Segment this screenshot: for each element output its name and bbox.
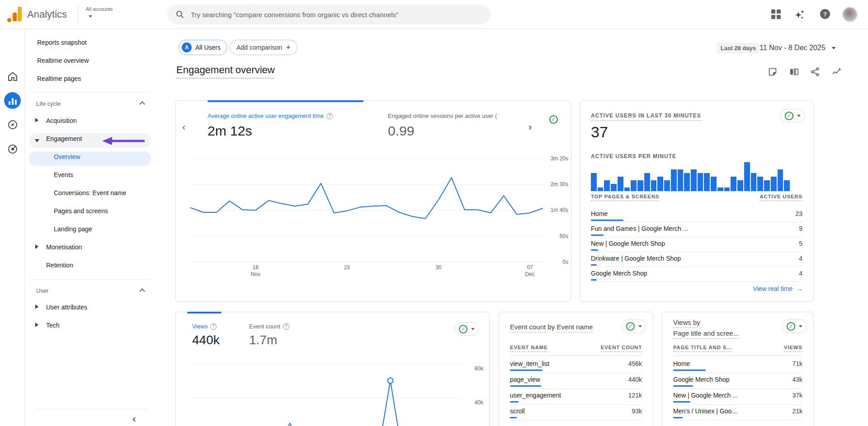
nav-rail	[0, 29, 25, 426]
data-quality-dropdown[interactable]: ✓	[454, 322, 479, 336]
sidebar-item-events[interactable]: Events	[54, 171, 185, 182]
metric-tab-views[interactable]: Views ?	[192, 323, 217, 330]
data-quality-check-icon[interactable]: ✓	[549, 115, 558, 124]
pages-table-header: PAGE TITLE AND S... VIEWS	[673, 345, 802, 356]
sidebar-item-tech[interactable]: Tech	[46, 322, 177, 332]
chevron-up-icon[interactable]	[139, 288, 145, 294]
col-active-users[interactable]: ACTIVE USERS	[760, 194, 802, 201]
sidebar-item-retention[interactable]: Retention	[46, 262, 177, 272]
table-row[interactable]: user_engagement121k	[510, 389, 642, 405]
row-value: 440k	[628, 376, 642, 383]
date-range-picker[interactable]: 11 Nov - 8 Dec 2025	[760, 44, 826, 52]
data-quality-dropdown[interactable]: ✓	[780, 109, 805, 122]
row-label: Fun and Games | Google Merch ...	[591, 225, 688, 232]
card-title-line1: Views by	[673, 318, 700, 326]
note-icon[interactable]	[768, 67, 778, 77]
sidebar-item-realtime-overview[interactable]: Realtime overview	[37, 57, 168, 68]
title-event-count[interactable]: Event count	[510, 323, 546, 332]
home-icon[interactable]	[7, 71, 18, 82]
chevron-down-icon[interactable]	[832, 47, 835, 49]
metric-tab-event-count[interactable]: Event count ?	[249, 323, 289, 330]
collapse-sidebar-icon[interactable]: ‹	[132, 413, 136, 425]
chevron-down-icon	[797, 115, 801, 117]
table-row[interactable]: Drinkware | Google Merch Shop4	[591, 252, 802, 267]
sidebar-item-reports-snapshot[interactable]: Reports snapshot	[37, 39, 168, 50]
view-real-time-link[interactable]: View real time →	[753, 285, 802, 292]
prev-metric-arrow[interactable]: ‹	[182, 122, 185, 133]
row-value: 456k	[628, 360, 642, 367]
data-quality-dropdown[interactable]: ✓	[622, 319, 646, 333]
help-icon[interactable]: ?	[820, 9, 831, 20]
table-row[interactable]: Home23	[591, 207, 802, 222]
sidebar-item-user-attributes[interactable]: User attributes	[46, 304, 177, 314]
section-header-life-cycle[interactable]: Life cycle	[36, 100, 61, 107]
data-quality-dropdown[interactable]: ✓	[782, 319, 807, 333]
col-page-title[interactable]: PAGE TITLE AND S...	[673, 345, 732, 352]
title-views-by[interactable]: Views by	[673, 318, 700, 328]
insights-icon[interactable]	[832, 67, 842, 77]
help-icon[interactable]: ?	[326, 113, 333, 119]
reports-icon[interactable]	[4, 92, 21, 109]
add-comparison-chip[interactable]: Add comparison +	[230, 40, 297, 55]
help-icon[interactable]: ?	[283, 323, 289, 330]
table-row[interactable]: Men's / Unisex | Goo...21k	[673, 405, 802, 421]
expand-triangle-icon[interactable]	[35, 304, 38, 309]
row-value: 5	[799, 240, 802, 247]
sidebar-item-acquisition[interactable]: Acquisition	[46, 117, 177, 128]
col-event-name[interactable]: EVENT NAME	[510, 345, 547, 352]
table-row[interactable]: New | Google Merch ...37k	[673, 389, 802, 405]
engaged-sessions-value: 0.99	[388, 123, 414, 139]
table-row[interactable]: New | Google Merch Shop5	[591, 237, 802, 252]
share-icon[interactable]	[810, 67, 820, 77]
segment-a-badge: A	[182, 42, 192, 52]
per-minute-label: ACTIVE USERS PER MINUTE	[591, 153, 676, 159]
row-label: Drinkware | Google Merch Shop	[591, 255, 681, 262]
ai-sparkle-icon[interactable]	[795, 9, 806, 20]
help-icon[interactable]: ?	[210, 323, 217, 330]
col-top-pages[interactable]: TOP PAGES & SCREENS	[591, 194, 659, 201]
avatar[interactable]	[843, 7, 857, 22]
metric-tab-engaged-sessions[interactable]: Engaged online sessions per active user …	[388, 112, 497, 119]
metric-label-text: Engaged online sessions per active user …	[388, 112, 497, 119]
event-count-value: 1.7m	[249, 333, 277, 347]
title-event-name[interactable]: Event name	[557, 323, 593, 332]
table-row[interactable]: view_item_list456k	[510, 357, 642, 373]
section-header-user[interactable]: User	[36, 287, 48, 294]
sidebar-item-pages-and-screens[interactable]: Pages and screens	[54, 207, 185, 218]
row-bar	[510, 417, 517, 418]
apps-grid-icon[interactable]	[771, 9, 782, 20]
ab-compare-icon[interactable]	[789, 67, 799, 77]
row-bar	[591, 264, 597, 266]
all-users-chip[interactable]: A All Users	[179, 40, 227, 55]
sidebar-item-conversions[interactable]: Conversions: Event name	[54, 189, 185, 200]
chevron-down-icon[interactable]	[89, 15, 92, 18]
sidebar-item-overview-label[interactable]: Overview	[54, 153, 185, 164]
events-table: view_item_list456k page_view440k user_en…	[510, 357, 642, 421]
table-row[interactable]: Google Merch Shop43k	[673, 373, 802, 389]
table-row[interactable]: scroll93k	[510, 405, 642, 421]
expand-triangle-icon[interactable]	[35, 118, 38, 122]
sidebar-item-realtime-pages[interactable]: Realtime pages	[37, 75, 168, 86]
account-picker-label[interactable]: All accounts	[86, 6, 113, 12]
title-page-title[interactable]: Page title and scree...	[673, 329, 739, 339]
col-event-count[interactable]: EVENT COUNT	[601, 345, 642, 352]
chevron-down-icon	[638, 325, 642, 328]
explore-icon[interactable]	[7, 119, 18, 130]
sidebar-item-monetisation[interactable]: Monetisation	[46, 243, 177, 254]
table-row[interactable]: Fun and Games | Google Merch ...9	[591, 222, 802, 237]
table-row[interactable]: page_view440k	[510, 373, 642, 389]
col-views[interactable]: VIEWS	[784, 345, 802, 352]
advertising-icon[interactable]	[7, 144, 18, 154]
expand-triangle-icon[interactable]	[35, 244, 38, 249]
search-bar[interactable]	[167, 5, 491, 24]
collapse-triangle-icon[interactable]	[35, 139, 39, 142]
search-input[interactable]	[191, 11, 462, 19]
table-row[interactable]: Google Merch Shop4	[591, 267, 802, 282]
chevron-up-icon[interactable]	[139, 101, 145, 107]
table-row[interactable]: Home71k	[673, 357, 802, 373]
sidebar-item-landing-page[interactable]: Landing page	[54, 225, 185, 236]
add-comparison-label: Add comparison	[236, 44, 282, 51]
next-metric-arrow[interactable]: ›	[528, 122, 532, 133]
metric-tab-engagement-time[interactable]: Average online active user engagement ti…	[208, 112, 333, 119]
expand-triangle-icon[interactable]	[35, 323, 38, 327]
